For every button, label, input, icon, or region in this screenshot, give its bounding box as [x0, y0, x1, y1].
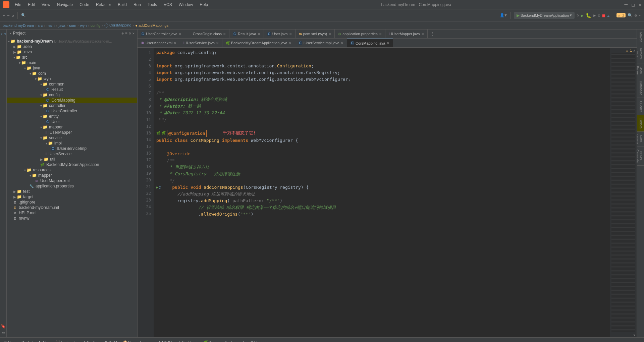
- run-button[interactable]: ▶: [581, 13, 584, 18]
- tree-item-usermapper-xml[interactable]: 🗎 UserMapper.xml: [7, 178, 137, 183]
- bottom-version-control[interactable]: ◎ Version Control: [1, 340, 36, 342]
- tree-item-target[interactable]: ▶ 📁 target: [7, 194, 137, 199]
- project-close-icon[interactable]: ✕: [132, 31, 135, 36]
- toolbar-search2-icon[interactable]: 🔍: [628, 13, 633, 18]
- breadcrumb-item-1[interactable]: src: [38, 23, 43, 27]
- breadcrumb-item-6[interactable]: config: [91, 23, 100, 27]
- tree-item-helpmd[interactable]: 🗎 HELP.md: [7, 210, 137, 216]
- menu-navigate[interactable]: Navigate: [54, 2, 75, 8]
- run-config-dropdown-arrow[interactable]: ▾: [570, 13, 572, 17]
- tab-pom[interactable]: m pom.xml (wyh) ✕: [296, 30, 335, 38]
- tab-backendapp[interactable]: 🌿 BackendMyDreamApplication.java ✕: [222, 39, 295, 47]
- right-panel-maven[interactable]: Maven: [637, 30, 644, 45]
- tree-item-usercontroller[interactable]: C UserController: [7, 108, 137, 114]
- tree-item-java[interactable]: ▾ 📁 java: [7, 65, 137, 71]
- tab-close-6[interactable]: ✕: [379, 32, 382, 36]
- tab-crossorigin[interactable]: ☰ CrossOrigin.class ✕: [185, 30, 229, 38]
- tab-corsmapping[interactable]: C CorsMapping.java ✕: [347, 39, 393, 47]
- bottom-dependencies[interactable]: 📦 Dependencies: [120, 340, 154, 342]
- menu-refactor[interactable]: Refactor: [93, 2, 114, 8]
- tree-item-root[interactable]: ▾ 📁 backend-myDream D:\Tools\JavaWorkSpa…: [7, 39, 137, 44]
- tab-iusermapper[interactable]: I IUserMapper.java ✕: [385, 30, 428, 38]
- right-panel-notifications[interactable]: Notifi-cations: [637, 132, 644, 147]
- bottom-endpoints[interactable]: ⬛ Endpoints: [53, 340, 80, 342]
- breadcrumb-item-3[interactable]: java: [58, 23, 65, 27]
- tab-close-12[interactable]: ✕: [387, 41, 389, 45]
- menu-view[interactable]: View: [39, 2, 53, 8]
- tree-item-user[interactable]: C User: [7, 119, 137, 124]
- tree-item-main[interactable]: ▾ 📁 main: [7, 60, 137, 65]
- toolbar-forward-icon[interactable]: →: [7, 13, 9, 18]
- bottom-terminal[interactable]: >_ Terminal: [223, 340, 247, 342]
- tab-user[interactable]: C User.java ✕: [264, 30, 296, 38]
- minimize-button[interactable]: ─: [624, 1, 628, 8]
- tab-close-10[interactable]: ✕: [289, 41, 291, 45]
- breadcrumb-item-8[interactable]: ● addCorsMappings: [135, 23, 168, 27]
- minimap-up-icon[interactable]: ∧: [633, 49, 635, 52]
- breadcrumb-item-0[interactable]: backend-myDream: [3, 23, 34, 27]
- code-editor[interactable]: package com.wyh.config; import org.sprin…: [154, 48, 610, 337]
- tab-iuserserviceimpl[interactable]: C IUserServiceImpl.java ✕: [295, 39, 347, 47]
- tree-item-iml[interactable]: 🗎 backend-myDream.iml: [7, 205, 137, 210]
- project-view-icon[interactable]: Proj: [0, 31, 6, 37]
- toolbar-more-icon[interactable]: ⋯: [639, 13, 641, 18]
- tree-item-backendapp[interactable]: 🌿 BackendMyDreamApplication: [7, 162, 137, 167]
- right-panel-codota[interactable]: Codota: [637, 115, 644, 131]
- bottom-build[interactable]: ⚙ Build: [102, 340, 119, 342]
- debug-button[interactable]: 🐛: [586, 13, 591, 18]
- tree-item-appprops[interactable]: 🔧 application.properties: [7, 183, 137, 189]
- tab-close-11[interactable]: ✕: [341, 41, 343, 45]
- menu-run[interactable]: Run: [131, 2, 144, 8]
- tree-item-resources[interactable]: ▾ 📁 resources: [7, 167, 137, 173]
- project-settings-icon[interactable]: ⚙: [129, 31, 131, 36]
- bottom-profiler[interactable]: ◈ Profiler: [80, 340, 101, 342]
- structure-icon[interactable]: S: [0, 330, 6, 336]
- tab-appprops[interactable]: ⚙ application.properties ✕: [335, 30, 385, 38]
- tree-item-common[interactable]: ▾ 📁 common: [7, 81, 137, 87]
- bottom-spring[interactable]: 🌿 Spring: [201, 340, 222, 342]
- toolbar-icon3[interactable]: Ξ: [607, 13, 609, 18]
- close-button[interactable]: ✕: [639, 2, 641, 7]
- tree-item-gitignore[interactable]: 🗎 .gitignore: [7, 199, 137, 205]
- menu-file[interactable]: File: [12, 2, 24, 8]
- toolbar-gear-icon[interactable]: ⚙: [635, 13, 637, 18]
- toolbar-back-icon[interactable]: ←: [3, 13, 5, 18]
- toolbar-icon1[interactable]: ↻: [577, 13, 579, 17]
- tab-close-1[interactable]: ✕: [179, 32, 181, 36]
- menu-code[interactable]: Code: [77, 2, 92, 8]
- tree-item-com[interactable]: ▾ 📁 com: [7, 71, 137, 76]
- minimap-down-icon[interactable]: ∨: [633, 333, 635, 337]
- tree-item-mapper-res[interactable]: ▾ 📁 mapper: [7, 173, 137, 178]
- tab-usermapper-xml[interactable]: 🗎 UserMapper.xml ✕: [138, 39, 180, 47]
- menu-edit[interactable]: Edit: [25, 2, 38, 8]
- right-panel-bpmn[interactable]: BPMN-Camunda: [637, 147, 644, 166]
- toolbar-search-icon[interactable]: 🔍: [21, 13, 26, 17]
- coverage-button[interactable]: ▶: [593, 13, 596, 18]
- tab-close-8[interactable]: ✕: [174, 41, 176, 45]
- tab-close-4[interactable]: ✕: [289, 32, 292, 36]
- breadcrumb-item-7[interactable]: ◯ CorsMapping: [104, 23, 131, 27]
- tree-item-mapper[interactable]: ▾ 📁 mapper: [7, 124, 137, 130]
- tab-usercontroller[interactable]: C UserController.java ✕: [138, 30, 185, 38]
- tree-item-entity[interactable]: ▾ 📁 entity: [7, 114, 137, 119]
- tab-close-7[interactable]: ✕: [421, 32, 424, 36]
- breadcrumb-item-5[interactable]: wyh: [80, 23, 87, 27]
- tree-item-corsmapping[interactable]: C CorsMapping: [7, 98, 137, 103]
- tree-item-mvnw[interactable]: 🗎 mvnw: [7, 216, 137, 221]
- breadcrumb-item-2[interactable]: main: [47, 23, 55, 27]
- gutter-run-icon-21[interactable]: ▶: [156, 184, 158, 191]
- tree-item-idea[interactable]: ▶ 📁 .idea: [7, 44, 137, 49]
- menu-vcs[interactable]: VCS: [161, 2, 175, 8]
- tree-item-iuserserviceimpl[interactable]: C IUserServiceImpl: [7, 146, 137, 151]
- tree-item-test[interactable]: ▶ 📁 test: [7, 189, 137, 194]
- tree-item-config[interactable]: ▾ 📁 config: [7, 92, 137, 98]
- tab-close-9[interactable]: ✕: [216, 41, 219, 45]
- tree-item-wyh[interactable]: ▾ 📁 wyh: [7, 76, 137, 81]
- menu-build[interactable]: Build: [115, 2, 129, 8]
- tab-result[interactable]: C Result.java ✕: [229, 30, 264, 38]
- bottom-problems[interactable]: ⚠ Problems: [175, 340, 200, 342]
- tree-item-service[interactable]: ▾ 📁 service: [7, 135, 137, 140]
- toolbar-icon2[interactable]: ⚙: [598, 13, 600, 18]
- bottom-services[interactable]: ⚙ Services: [248, 340, 271, 342]
- bookmark-icon[interactable]: 🔖: [0, 323, 6, 329]
